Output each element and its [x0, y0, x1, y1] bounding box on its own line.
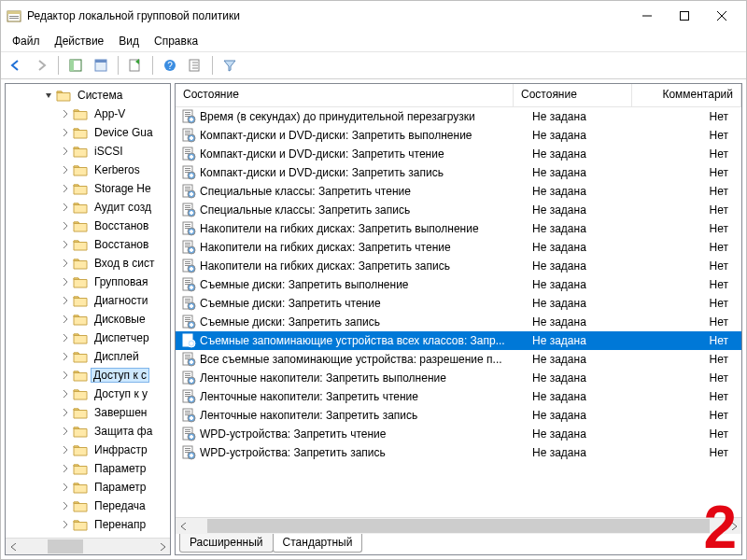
chevron-right-icon[interactable] — [60, 314, 71, 325]
list-horizontal-scrollbar[interactable] — [176, 517, 741, 534]
chevron-right-icon[interactable] — [60, 220, 71, 231]
policy-row[interactable]: Компакт-диски и DVD-диски: Запретить вып… — [176, 126, 741, 145]
chevron-right-icon[interactable] — [60, 351, 71, 362]
policy-row[interactable]: Съемные диски: Запретить чтениеНе задана… — [176, 294, 741, 313]
tree-item[interactable]: Параметр — [6, 478, 170, 497]
tree-item[interactable]: Device Gua — [6, 123, 170, 142]
tree-item[interactable]: Восстанов — [6, 235, 170, 254]
export-button[interactable] — [124, 54, 147, 77]
tree-item[interactable]: Групповая — [6, 273, 170, 291]
chevron-right-icon[interactable] — [60, 388, 71, 399]
chevron-right-icon[interactable] — [60, 164, 71, 175]
scroll-right-icon[interactable] — [726, 518, 741, 534]
menu-help[interactable]: Справка — [147, 33, 205, 49]
tree-item[interactable]: Дисковые — [6, 310, 170, 329]
chevron-right-icon[interactable] — [60, 332, 71, 343]
chevron-right-icon[interactable] — [60, 146, 71, 157]
tree-item[interactable]: Вход в сист — [6, 254, 170, 273]
chevron-right-icon[interactable] — [60, 482, 71, 493]
chevron-down-icon[interactable] — [43, 90, 54, 101]
refresh-button[interactable] — [184, 54, 206, 77]
tree-horizontal-scrollbar[interactable] — [6, 538, 170, 554]
policy-row[interactable]: WPD-устройства: Запретить записьНе задан… — [176, 443, 741, 462]
filter-button[interactable] — [218, 54, 241, 77]
policy-row[interactable]: Компакт-диски и DVD-диски: Запретить чте… — [176, 145, 741, 163]
tree-item[interactable]: Аудит созд — [6, 198, 170, 217]
tree-item[interactable]: Kerberos — [6, 161, 170, 179]
chevron-right-icon[interactable] — [60, 407, 71, 418]
chevron-right-icon[interactable] — [60, 444, 71, 455]
policy-row[interactable]: Все съемные запоминающие устройства: раз… — [176, 350, 741, 369]
tree-item[interactable]: Перенапр — [6, 515, 170, 534]
tree-item[interactable]: App-V — [6, 105, 170, 123]
tree-item[interactable]: Диагности — [6, 291, 170, 310]
tab-extended[interactable]: Расширенный — [179, 534, 274, 553]
policy-row[interactable]: Накопители на гибких дисках: Запретить ч… — [176, 238, 741, 257]
back-button[interactable] — [5, 54, 27, 77]
maximize-button[interactable] — [666, 3, 703, 29]
minimize-button[interactable] — [628, 3, 666, 29]
tree-item[interactable]: Передача — [6, 497, 170, 515]
policy-list[interactable]: Время (в секундах) до принудительной пер… — [176, 107, 741, 517]
policy-row[interactable]: Ленточные накопители: Запретить выполнен… — [176, 369, 741, 387]
properties-button[interactable] — [90, 54, 112, 77]
tree-item[interactable]: Доступ к с — [6, 366, 170, 385]
tree-item-root[interactable]: Система — [6, 86, 170, 105]
policy-row[interactable]: Ленточные накопители: Запретить записьНе… — [176, 406, 741, 425]
policy-row[interactable]: Время (в секундах) до принудительной пер… — [176, 107, 741, 126]
folder-icon — [73, 425, 88, 438]
chevron-right-icon[interactable] — [60, 239, 71, 250]
policy-row[interactable]: Накопители на гибких дисках: Запретить з… — [176, 257, 741, 275]
scroll-left-icon[interactable] — [176, 518, 191, 534]
chevron-right-icon[interactable] — [60, 295, 71, 306]
menu-view[interactable]: Вид — [111, 33, 147, 49]
scroll-thumb[interactable] — [48, 539, 83, 553]
tree-item[interactable]: Защита фа — [6, 422, 170, 441]
policy-row[interactable]: Ленточные накопители: Запретить чтениеНе… — [176, 387, 741, 406]
chevron-right-icon[interactable] — [60, 258, 71, 269]
tree-item[interactable]: Дисплей — [6, 347, 170, 366]
chevron-right-icon[interactable] — [60, 426, 71, 437]
tab-standard[interactable]: Стандартный — [273, 534, 363, 553]
policy-row[interactable]: Съемные диски: Запретить записьНе задана… — [176, 313, 741, 331]
policy-row[interactable]: Накопители на гибких дисках: Запретить в… — [176, 219, 741, 238]
tree-item[interactable]: iSCSI — [6, 142, 170, 161]
policy-row[interactable]: WPD-устройства: Запретить чтениеНе задан… — [176, 425, 741, 443]
chevron-right-icon[interactable] — [60, 370, 71, 381]
chevron-right-icon[interactable] — [60, 463, 71, 474]
tree-item[interactable]: Доступ к у — [6, 385, 170, 403]
svg-rect-148 — [190, 455, 193, 456]
show-hide-tree-button[interactable] — [64, 54, 87, 77]
tree-item[interactable]: Диспетчер — [6, 329, 170, 347]
close-button[interactable] — [703, 3, 740, 29]
tree[interactable]: СистемаApp-VDevice GuaiSCSIKerberosStora… — [6, 84, 170, 538]
column-state[interactable]: Состояние — [514, 84, 632, 106]
chevron-right-icon[interactable] — [60, 519, 71, 530]
chevron-right-icon[interactable] — [60, 183, 71, 194]
scroll-left-icon[interactable] — [6, 539, 21, 554]
policy-row[interactable]: Специальные классы: Запретить записьНе з… — [176, 201, 741, 219]
svg-rect-144 — [185, 450, 190, 451]
menu-action[interactable]: Действие — [48, 33, 112, 49]
column-name[interactable]: Состояние — [176, 84, 514, 106]
tree-item[interactable]: Инфрастр — [6, 441, 170, 459]
chevron-right-icon[interactable] — [60, 108, 71, 119]
tree-item[interactable]: Восстанов — [6, 217, 170, 235]
chevron-right-icon[interactable] — [60, 500, 71, 511]
tree-item[interactable]: Параметр — [6, 459, 170, 478]
policy-row[interactable]: Съемные диски: Запретить выполнениеНе за… — [176, 275, 741, 294]
help-button[interactable]: ? — [159, 54, 181, 77]
chevron-right-icon[interactable] — [60, 276, 71, 287]
scroll-thumb[interactable] — [207, 519, 710, 533]
chevron-right-icon[interactable] — [60, 127, 71, 138]
policy-row[interactable]: Специальные классы: Запретить чтениеНе з… — [176, 182, 741, 201]
menu-file[interactable]: Файл — [5, 33, 48, 49]
column-comment[interactable]: Комментарий — [632, 84, 741, 106]
tree-item[interactable]: Storage He — [6, 179, 170, 198]
chevron-right-icon[interactable] — [60, 202, 71, 213]
forward-button[interactable] — [30, 54, 52, 77]
policy-row[interactable]: Съемные запоминающие устройства всех кла… — [176, 331, 741, 350]
scroll-right-icon[interactable] — [154, 539, 170, 554]
tree-item[interactable]: Завершен — [6, 403, 170, 422]
policy-row[interactable]: Компакт-диски и DVD-диски: Запретить зап… — [176, 163, 741, 182]
